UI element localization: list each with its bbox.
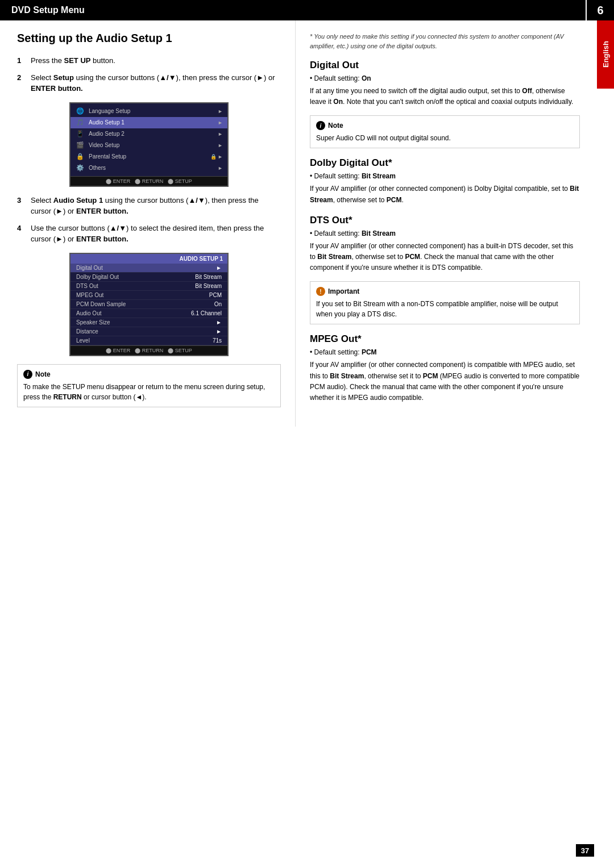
audio-row-mpeg: MPEG Out PCM (70, 291, 227, 300)
digital-out-heading: Digital Out (310, 60, 580, 71)
step-2: 2 Select Setup using the cursor buttons … (17, 72, 281, 94)
step-3: 3 Select Audio Setup 1 using the cursor … (17, 195, 281, 217)
digital-out-note-title: i Note (316, 120, 574, 131)
note-title: i Note (23, 369, 275, 379)
video-icon: 🎬 (74, 141, 86, 150)
digital-out-note-text: Super Audio CD will not output digital s… (316, 133, 574, 143)
audio-row-pcm: PCM Down Sample On (70, 300, 227, 309)
audio-screen: AUDIO SETUP 1 Digital Out ► Dolby Digita… (69, 253, 229, 356)
dts-body: If your AV amplifier (or other connected… (310, 241, 580, 274)
menu-item-language: 🌐 Language Setup ► (70, 106, 227, 117)
audio-screen-header: AUDIO SETUP 1 (70, 254, 227, 264)
dts-heading: DTS Out* (310, 215, 580, 226)
header-title: DVD Setup Menu (0, 0, 586, 20)
asterisk-note: * You only need to make this setting if … (310, 32, 580, 51)
step-text-1: Press the SET UP button. (31, 55, 281, 66)
menu-screen-body: 🌐 Language Setup ► 🎵 Audio Setup 1 ► 📱 A… (70, 103, 227, 176)
menu-item-video: 🎬 Video Setup ► (70, 140, 227, 151)
mpeg-body: If your AV amplifier (or other connected… (310, 360, 580, 403)
parental-icon: 🔒 (74, 152, 86, 161)
english-tab: English (597, 20, 614, 89)
audio-row-audio-out: Audio Out 6.1 Channel (70, 309, 227, 318)
digital-out-body: If at any time you need to switch off th… (310, 86, 580, 107)
menu-screen-container: 🌐 Language Setup ► 🎵 Audio Setup 1 ► 📱 A… (17, 102, 281, 187)
step-1: 1 Press the SET UP button. (17, 55, 281, 66)
step-number-1: 1 (17, 55, 27, 66)
audio-row-dts: DTS Out Bit Stream (70, 282, 227, 291)
step-text-3: Select Audio Setup 1 using the cursor bu… (31, 195, 281, 217)
language-icon: 🌐 (74, 107, 86, 116)
step-4: 4 Use the cursor buttons (▲/▼) to select… (17, 223, 281, 245)
step-number-3: 3 (17, 195, 27, 217)
others-icon: ⚙️ (74, 164, 86, 173)
digital-out-note-box: i Note Super Audio CD will not output di… (310, 115, 580, 148)
digital-out-note-icon: i (316, 121, 325, 130)
step-text-4: Use the cursor buttons (▲/▼) to select t… (31, 223, 281, 245)
audio-screen-container: AUDIO SETUP 1 Digital Out ► Dolby Digita… (17, 253, 281, 356)
menu-item-parental: 🔒 Parental Setup 🔒 ► (70, 151, 227, 162)
important-icon: ! (316, 287, 325, 296)
mpeg-default: Default setting: PCM (310, 348, 580, 356)
note-icon: i (23, 370, 32, 379)
section-title: Setting up the Audio Setup 1 (17, 32, 281, 45)
menu-item-audio1: 🎵 Audio Setup 1 ► (70, 117, 227, 128)
digital-out-default: Default setting: On (310, 74, 580, 82)
audio1-icon: 🎵 (74, 118, 86, 127)
left-column: Setting up the Audio Setup 1 1 Press the… (0, 20, 296, 427)
dts-default: Default setting: Bit Stream (310, 229, 580, 237)
step-number-2: 2 (17, 72, 27, 94)
dolby-body: If your AV amplifier (or other connected… (310, 183, 580, 205)
dts-important-text: If you set to Bit Stream with a non-DTS … (316, 299, 574, 319)
mpeg-heading: MPEG Out* (310, 333, 580, 345)
step-text-2: Select Setup using the cursor buttons (▲… (31, 72, 281, 94)
dts-important-box: ! Important If you set to Bit Stream wit… (310, 281, 580, 324)
parental-lock-icon: 🔒 ► (210, 154, 223, 160)
audio-row-speaker: Speaker Size ► (70, 318, 227, 327)
audio2-icon: 📱 (74, 130, 86, 139)
audio-screen-footer: ⬤ ENTER ⬤ RETURN ⬤ SETUP (70, 345, 227, 355)
audio-row-dolby: Dolby Digital Out Bit Stream (70, 273, 227, 282)
menu-screen-footer: ⬤ ENTER ⬤ RETURN ⬤ SETUP (70, 176, 227, 186)
dolby-default: Default setting: Bit Stream (310, 172, 580, 180)
right-column: * You only need to make this setting if … (296, 20, 597, 427)
menu-item-audio2: 📱 Audio Setup 2 ► (70, 128, 227, 140)
audio-row-level: Level 71s (70, 336, 227, 345)
menu-item-others: ⚙️ Others ► (70, 162, 227, 174)
note-box: i Note To make the SETUP menu disappear … (17, 364, 281, 407)
page-container: DVD Setup Menu 6 English Setting up the … (0, 0, 614, 868)
page-number: 37 (576, 844, 594, 857)
audio-row-distance: Distance ► (70, 327, 227, 336)
audio-row-digital-out: Digital Out ► (70, 264, 227, 273)
menu-screen: 🌐 Language Setup ► 🎵 Audio Setup 1 ► 📱 A… (69, 102, 229, 187)
header-number: 6 (586, 0, 614, 20)
header-bar: DVD Setup Menu 6 (0, 0, 614, 20)
step-number-4: 4 (17, 223, 27, 245)
dts-important-title: ! Important (316, 286, 574, 297)
content-area: Setting up the Audio Setup 1 1 Press the… (0, 20, 614, 427)
note-text: To make the SETUP menu disappear or retu… (23, 382, 275, 402)
dolby-heading: Dolby Digital Out* (310, 157, 580, 169)
